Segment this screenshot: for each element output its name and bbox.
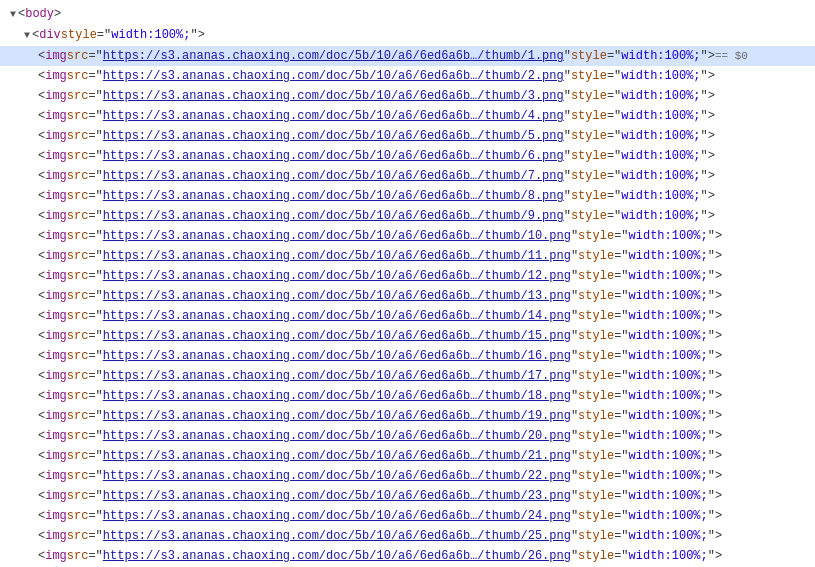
img-tag-line-8[interactable]: <img src="https://s3.ananas.chaoxing.com…	[0, 186, 815, 206]
img-tag-line-18[interactable]: <img src="https://s3.ananas.chaoxing.com…	[0, 386, 815, 406]
img-src-url[interactable]: https://s3.ananas.chaoxing.com/doc/5b/10…	[103, 127, 564, 145]
img-tag-line-7[interactable]: <img src="https://s3.ananas.chaoxing.com…	[0, 166, 815, 186]
img-tag-line-2[interactable]: <img src="https://s3.ananas.chaoxing.com…	[0, 66, 815, 86]
img-tag-line-3[interactable]: <img src="https://s3.ananas.chaoxing.com…	[0, 86, 815, 106]
img-src-url[interactable]: https://s3.ananas.chaoxing.com/doc/5b/10…	[103, 387, 571, 405]
selected-marker: == $0	[715, 47, 748, 65]
img-tag-line-12[interactable]: <img src="https://s3.ananas.chaoxing.com…	[0, 266, 815, 286]
img-src-url[interactable]: https://s3.ananas.chaoxing.com/doc/5b/10…	[103, 67, 564, 85]
img-src-url[interactable]: https://s3.ananas.chaoxing.com/doc/5b/10…	[103, 207, 564, 225]
img-tag-line-4[interactable]: <img src="https://s3.ananas.chaoxing.com…	[0, 106, 815, 126]
img-tag-line-16[interactable]: <img src="https://s3.ananas.chaoxing.com…	[0, 346, 815, 366]
img-tag-line-14[interactable]: <img src="https://s3.ananas.chaoxing.com…	[0, 306, 815, 326]
img-src-url[interactable]: https://s3.ananas.chaoxing.com/doc/5b/10…	[103, 47, 564, 65]
body-tag-line[interactable]: ▼ <body>	[0, 4, 815, 25]
img-tag-line-26[interactable]: <img src="https://s3.ananas.chaoxing.com…	[0, 546, 815, 566]
img-src-url[interactable]: https://s3.ananas.chaoxing.com/doc/5b/10…	[103, 427, 571, 445]
img-src-url[interactable]: https://s3.ananas.chaoxing.com/doc/5b/10…	[103, 187, 564, 205]
img-src-url[interactable]: https://s3.ananas.chaoxing.com/doc/5b/10…	[103, 447, 571, 465]
img-src-url[interactable]: https://s3.ananas.chaoxing.com/doc/5b/10…	[103, 267, 571, 285]
img-src-url[interactable]: https://s3.ananas.chaoxing.com/doc/5b/10…	[103, 407, 571, 425]
img-tag-line-17[interactable]: <img src="https://s3.ananas.chaoxing.com…	[0, 366, 815, 386]
img-src-url[interactable]: https://s3.ananas.chaoxing.com/doc/5b/10…	[103, 147, 564, 165]
div-toggle[interactable]: ▼	[24, 27, 30, 45]
img-tag-line-1[interactable]: <img src="https://s3.ananas.chaoxing.com…	[0, 46, 815, 66]
img-tag-line-6[interactable]: <img src="https://s3.ananas.chaoxing.com…	[0, 146, 815, 166]
img-tag-line-19[interactable]: <img src="https://s3.ananas.chaoxing.com…	[0, 406, 815, 426]
img-tag-line-23[interactable]: <img src="https://s3.ananas.chaoxing.com…	[0, 486, 815, 506]
img-src-url[interactable]: https://s3.ananas.chaoxing.com/doc/5b/10…	[103, 547, 571, 565]
body-toggle[interactable]: ▼	[10, 6, 16, 24]
img-src-url[interactable]: https://s3.ananas.chaoxing.com/doc/5b/10…	[103, 527, 571, 545]
img-src-url[interactable]: https://s3.ananas.chaoxing.com/doc/5b/10…	[103, 367, 571, 385]
img-src-url[interactable]: https://s3.ananas.chaoxing.com/doc/5b/10…	[103, 167, 564, 185]
img-tag-line-22[interactable]: <img src="https://s3.ananas.chaoxing.com…	[0, 466, 815, 486]
img-src-url[interactable]: https://s3.ananas.chaoxing.com/doc/5b/10…	[103, 107, 564, 125]
img-src-url[interactable]: https://s3.ananas.chaoxing.com/doc/5b/10…	[103, 287, 571, 305]
div-tag-line[interactable]: ▼ <div style="width:100%;">	[0, 25, 815, 46]
img-tag-line-21[interactable]: <img src="https://s3.ananas.chaoxing.com…	[0, 446, 815, 466]
img-tag-line-5[interactable]: <img src="https://s3.ananas.chaoxing.com…	[0, 126, 815, 146]
img-tag-line-24[interactable]: <img src="https://s3.ananas.chaoxing.com…	[0, 506, 815, 526]
img-src-url[interactable]: https://s3.ananas.chaoxing.com/doc/5b/10…	[103, 327, 571, 345]
img-src-url[interactable]: https://s3.ananas.chaoxing.com/doc/5b/10…	[103, 227, 571, 245]
img-src-url[interactable]: https://s3.ananas.chaoxing.com/doc/5b/10…	[103, 87, 564, 105]
img-src-url[interactable]: https://s3.ananas.chaoxing.com/doc/5b/10…	[103, 467, 571, 485]
img-tag-line-11[interactable]: <img src="https://s3.ananas.chaoxing.com…	[0, 246, 815, 266]
img-src-url[interactable]: https://s3.ananas.chaoxing.com/doc/5b/10…	[103, 307, 571, 325]
img-src-url[interactable]: https://s3.ananas.chaoxing.com/doc/5b/10…	[103, 487, 571, 505]
image-list: <img src="https://s3.ananas.chaoxing.com…	[0, 46, 815, 567]
img-src-url[interactable]: https://s3.ananas.chaoxing.com/doc/5b/10…	[103, 507, 571, 525]
img-tag-line-9[interactable]: <img src="https://s3.ananas.chaoxing.com…	[0, 206, 815, 226]
img-tag-line-10[interactable]: <img src="https://s3.ananas.chaoxing.com…	[0, 226, 815, 246]
img-tag-line-15[interactable]: <img src="https://s3.ananas.chaoxing.com…	[0, 326, 815, 346]
img-src-url[interactable]: https://s3.ananas.chaoxing.com/doc/5b/10…	[103, 347, 571, 365]
img-src-url[interactable]: https://s3.ananas.chaoxing.com/doc/5b/10…	[103, 247, 571, 265]
devtools-panel: ▼ <body> ▼ <div style="width:100%;"> <im…	[0, 0, 815, 567]
img-tag-line-25[interactable]: <img src="https://s3.ananas.chaoxing.com…	[0, 526, 815, 546]
img-tag-line-20[interactable]: <img src="https://s3.ananas.chaoxing.com…	[0, 426, 815, 446]
img-tag-line-13[interactable]: <img src="https://s3.ananas.chaoxing.com…	[0, 286, 815, 306]
